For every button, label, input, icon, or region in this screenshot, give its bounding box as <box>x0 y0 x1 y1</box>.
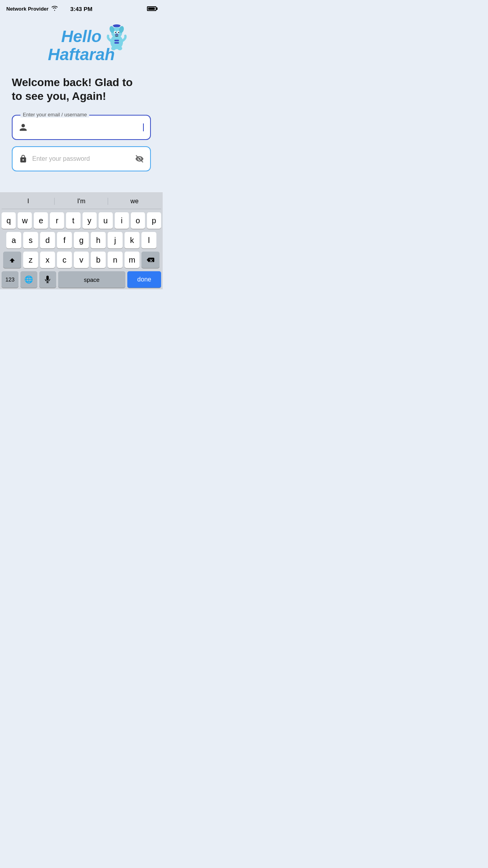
key-a[interactable]: a <box>6 232 21 248</box>
svg-point-7 <box>118 32 119 33</box>
text-cursor <box>143 123 144 131</box>
key-p[interactable]: p <box>147 212 161 229</box>
battery-icon <box>147 6 156 11</box>
microphone-key[interactable] <box>39 271 56 288</box>
email-label: Enter your email / username <box>20 112 89 118</box>
key-row-bottom: 123 🌐 space done <box>2 271 161 288</box>
key-row-3: z x c v b n m <box>2 252 161 268</box>
key-s[interactable]: s <box>23 232 38 248</box>
suggestions-bar: I I'm we <box>2 195 161 209</box>
space-key[interactable]: space <box>58 271 126 288</box>
svg-point-12 <box>117 46 122 50</box>
password-field-wrapper[interactable] <box>12 146 151 171</box>
user-icon <box>19 123 28 132</box>
key-v[interactable]: v <box>74 252 89 268</box>
delete-key[interactable] <box>141 252 160 268</box>
key-r[interactable]: r <box>50 212 64 229</box>
clock: 3:43 PM <box>70 6 93 12</box>
key-row-2: a s d f g h j k l <box>2 232 161 248</box>
email-field-wrapper[interactable]: Enter your email / username <box>12 115 151 140</box>
key-c[interactable]: c <box>57 252 72 268</box>
logo-container: Hello Haftarah <box>48 28 115 64</box>
suggestion-im[interactable]: I'm <box>55 198 108 205</box>
key-w[interactable]: w <box>18 212 32 229</box>
numbers-key[interactable]: 123 <box>2 271 18 288</box>
key-h[interactable]: h <box>91 232 106 248</box>
status-bar: Network Provider 3:43 PM <box>0 0 163 16</box>
key-m[interactable]: m <box>125 252 139 268</box>
shift-key[interactable] <box>3 252 21 268</box>
key-f[interactable]: f <box>57 232 72 248</box>
key-i[interactable]: i <box>115 212 129 229</box>
key-g[interactable]: g <box>74 232 89 248</box>
svg-rect-14 <box>114 42 119 44</box>
main-content: Hello Haftarah <box>0 16 163 171</box>
keyboard: I I'm we q w e r t y u i o p a s d f <box>0 192 163 289</box>
key-e[interactable]: e <box>34 212 48 229</box>
network-provider-label: Network Provider <box>6 6 49 12</box>
key-rows: q w e r t y u i o p a s d f g h j k l <box>2 212 161 288</box>
login-form: Enter your email / username <box>12 115 151 171</box>
key-n[interactable]: n <box>108 252 123 268</box>
mascot-image <box>105 22 127 49</box>
battery-area <box>147 6 156 11</box>
key-k[interactable]: k <box>125 232 139 248</box>
key-t[interactable]: t <box>66 212 80 229</box>
svg-point-8 <box>115 34 118 36</box>
suggestion-i[interactable]: I <box>2 198 55 205</box>
globe-key[interactable]: 🌐 <box>20 271 37 288</box>
svg-rect-13 <box>114 40 119 41</box>
password-input[interactable] <box>32 155 135 162</box>
eye-toggle-icon[interactable] <box>135 154 144 163</box>
svg-point-10 <box>113 24 121 27</box>
key-x[interactable]: x <box>40 252 55 268</box>
wifi-icon <box>51 6 58 12</box>
network-info: Network Provider <box>6 6 58 12</box>
logo-area: Hello Haftarah <box>12 20 151 75</box>
key-row-1: q w e r t y u i o p <box>2 212 161 229</box>
key-d[interactable]: d <box>40 232 55 248</box>
done-key[interactable]: done <box>127 271 161 288</box>
key-b[interactable]: b <box>91 252 106 268</box>
lock-icon <box>19 154 28 163</box>
svg-point-11 <box>111 46 116 50</box>
svg-point-6 <box>115 32 116 33</box>
key-y[interactable]: y <box>83 212 97 229</box>
key-z[interactable]: z <box>23 252 38 268</box>
key-q[interactable]: q <box>2 212 16 229</box>
key-l[interactable]: l <box>141 232 156 248</box>
email-input[interactable] <box>32 124 143 131</box>
suggestion-we[interactable]: we <box>108 198 161 205</box>
key-o[interactable]: o <box>131 212 145 229</box>
key-j[interactable]: j <box>108 232 123 248</box>
key-u[interactable]: u <box>99 212 113 229</box>
welcome-heading: Welcome back! Glad to to see you, Again! <box>12 75 151 103</box>
